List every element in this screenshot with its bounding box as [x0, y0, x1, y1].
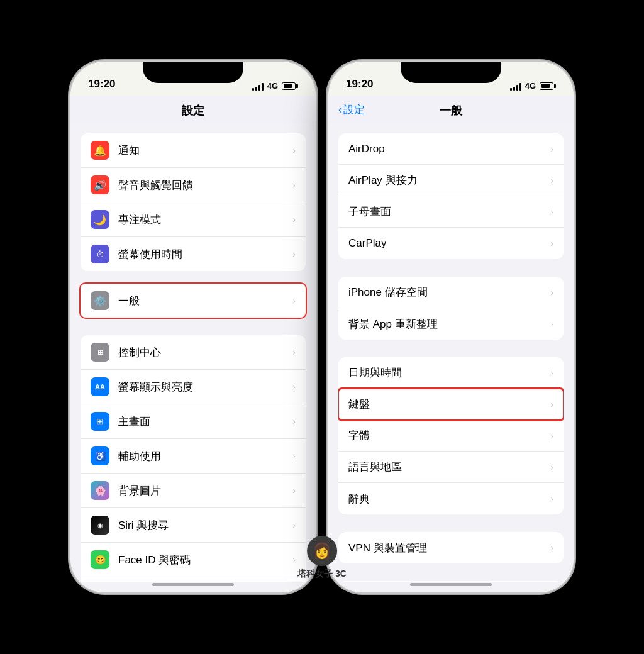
watermark-avatar: 👩 — [307, 536, 337, 566]
right-item-dictionary[interactable]: 辭典 › — [338, 483, 564, 514]
left-nav-bar: 設定 — [70, 96, 316, 123]
focus-icon: 🌙 — [91, 210, 109, 229]
homescreen-label: 主畫面 — [118, 414, 287, 429]
left-group-1: 🔔 通知 › 🔊 聲音與觸覺回饋 › 🌙 專注模式 › — [70, 133, 316, 271]
settings-item-sos[interactable]: SOS SOS 緊急服務 › — [80, 577, 306, 582]
settings-item-faceid[interactable]: 😊 Face ID 與密碼 › — [80, 543, 306, 577]
right-item-airplay[interactable]: AirPlay 與接力 › — [338, 165, 564, 196]
datetime-label: 日期與時間 — [348, 365, 545, 380]
battery-icon-left — [282, 82, 298, 90]
wallpaper-label: 背景圖片 — [118, 484, 287, 498]
settings-item-sound[interactable]: 🔊 聲音與觸覺回饋 › — [80, 168, 306, 202]
left-settings-list: 🔔 通知 › 🔊 聲音與觸覺回饋 › 🌙 專注模式 › — [70, 123, 316, 582]
right-notch — [401, 62, 501, 83]
bgrefresh-chevron: › — [550, 319, 553, 329]
right-item-language[interactable]: 語言與地區 › — [338, 452, 564, 483]
airplay-chevron: › — [550, 175, 553, 186]
right-item-fonts[interactable]: 字體 › — [338, 420, 564, 452]
settings-item-notifications[interactable]: 🔔 通知 › — [80, 133, 306, 168]
nav-back-button[interactable]: ‹ 設定 — [338, 103, 365, 117]
settings-item-accessibility[interactable]: ♿ 輔助使用 › — [80, 439, 306, 474]
general-icon: ⚙️ — [91, 291, 109, 310]
right-item-vpn[interactable]: VPN 與裝置管理 › — [338, 532, 564, 563]
notch — [143, 62, 243, 83]
faceid-chevron: › — [292, 555, 296, 565]
airdrop-chevron: › — [550, 144, 553, 154]
notifications-label: 通知 — [118, 143, 287, 158]
wallpaper-chevron: › — [292, 485, 296, 496]
back-chevron-icon: ‹ — [338, 103, 342, 116]
settings-item-wallpaper[interactable]: 🌸 背景圖片 › — [80, 474, 306, 508]
siri-chevron: › — [292, 520, 296, 530]
display-chevron: › — [292, 382, 296, 392]
siri-label: Siri 與搜尋 — [118, 518, 287, 533]
display-label: 螢幕顯示與亮度 — [118, 380, 287, 394]
general-chevron: › — [292, 296, 296, 306]
screentime-label: 螢幕使用時間 — [118, 247, 287, 262]
right-item-keyboard[interactable]: 鍵盤 › — [338, 389, 564, 420]
controlcenter-chevron: › — [292, 347, 296, 357]
settings-item-screentime[interactable]: ⏱ 螢幕使用時間 › — [80, 237, 306, 271]
fonts-chevron: › — [550, 431, 553, 441]
pip-label: 子母畫面 — [348, 204, 545, 219]
accessibility-chevron: › — [292, 451, 296, 461]
left-iphone: 19:20 4G 設定 — [70, 62, 316, 592]
sound-icon: 🔊 — [91, 175, 109, 194]
settings-item-focus[interactable]: 🌙 專注模式 › — [80, 202, 306, 237]
general-label: 一般 — [118, 294, 287, 308]
controlcenter-icon: ⊞ — [91, 343, 109, 362]
display-icon: AA — [91, 377, 109, 396]
settings-item-siri[interactable]: ◉ Siri 與搜尋 › — [80, 508, 306, 543]
left-nav-title: 設定 — [182, 104, 204, 117]
datetime-chevron: › — [550, 368, 553, 378]
right-item-carplay[interactable]: CarPlay › — [338, 228, 564, 259]
wallpaper-icon: 🌸 — [91, 481, 109, 500]
keyboard-label: 鍵盤 — [348, 397, 545, 411]
right-home-indicator — [410, 583, 492, 586]
right-item-pip[interactable]: 子母畫面 › — [338, 196, 564, 228]
right-screen: ‹ 設定 一般 AirDrop › AirPlay 與接力 › — [328, 96, 574, 592]
status-time-left: 19:20 — [88, 69, 115, 91]
settings-item-general[interactable]: ⚙️ 一般 › — [80, 284, 306, 318]
storage-label: iPhone 儲存空間 — [348, 285, 545, 299]
settings-item-controlcenter[interactable]: ⊞ 控制中心 › — [80, 335, 306, 370]
screentime-icon: ⏱ — [91, 245, 109, 263]
right-card-2: iPhone 儲存空間 › 背景 App 重新整理 › — [338, 277, 564, 340]
left-screen: 設定 🔔 通知 › 🔊 聲音與觸覺回饋 › — [70, 96, 316, 592]
accessibility-icon: ♿ — [91, 446, 109, 465]
right-card-1: AirDrop › AirPlay 與接力 › 子母畫面 › CarPlay — [338, 133, 564, 259]
signal-icon-right — [510, 82, 521, 91]
airdrop-label: AirDrop — [348, 143, 545, 155]
right-item-bgrefresh[interactable]: 背景 App 重新整理 › — [338, 308, 564, 340]
vpn-chevron: › — [550, 543, 553, 553]
sound-label: 聲音與觸覺回饋 — [118, 178, 287, 192]
right-item-legal[interactable]: 法律資訊與電信規範 › — [338, 581, 564, 582]
battery-icon-right — [540, 82, 556, 90]
notifications-chevron: › — [292, 145, 296, 155]
language-chevron: › — [550, 462, 553, 472]
carplay-chevron: › — [550, 238, 553, 248]
focus-chevron: › — [292, 214, 296, 224]
settings-item-homescreen[interactable]: ⊞ 主畫面 › — [80, 404, 306, 439]
carplay-label: CarPlay — [348, 237, 545, 250]
left-card-3: ⊞ 控制中心 › AA 螢幕顯示與亮度 › ⊞ 主畫面 › — [80, 335, 306, 582]
status-icons-right: 4G — [510, 72, 556, 91]
storage-chevron: › — [550, 287, 553, 297]
left-group-3: ⊞ 控制中心 › AA 螢幕顯示與亮度 › ⊞ 主畫面 › — [70, 335, 316, 582]
right-group-2: iPhone 儲存空間 › 背景 App 重新整理 › — [328, 277, 574, 340]
settings-item-display[interactable]: AA 螢幕顯示與亮度 › — [80, 370, 306, 404]
dictionary-label: 辭典 — [348, 492, 545, 506]
focus-label: 專注模式 — [118, 213, 287, 227]
notifications-icon: 🔔 — [91, 141, 109, 160]
fonts-label: 字體 — [348, 428, 545, 443]
right-nav-bar: ‹ 設定 一般 — [328, 96, 574, 123]
right-item-storage[interactable]: iPhone 儲存空間 › — [338, 277, 564, 308]
faceid-icon: 😊 — [91, 550, 109, 569]
accessibility-label: 輔助使用 — [118, 449, 287, 463]
language-label: 語言與地區 — [348, 460, 545, 474]
back-label: 設定 — [343, 103, 365, 117]
right-item-datetime[interactable]: 日期與時間 › — [338, 357, 564, 389]
right-card-4: VPN 與裝置管理 › — [338, 532, 564, 563]
airplay-label: AirPlay 與接力 — [348, 173, 545, 187]
right-item-airdrop[interactable]: AirDrop › — [338, 133, 564, 165]
